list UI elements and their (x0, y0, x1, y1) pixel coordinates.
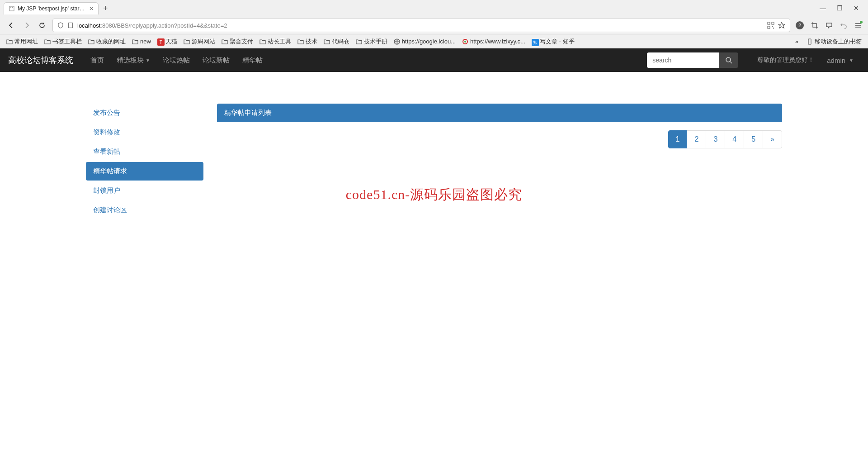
forward-button[interactable] (22, 20, 32, 30)
nav-hot[interactable]: 论坛热帖 (156, 48, 196, 72)
page-next[interactable]: » (763, 130, 782, 148)
svg-rect-4 (768, 22, 770, 24)
bookmark-item[interactable]: new (132, 38, 151, 45)
search-input[interactable] (647, 52, 719, 68)
bookmark-icon (259, 38, 266, 45)
url-path: :8080/BBS/replyapply.action?postId=4&&st… (100, 22, 227, 29)
bookmark-icon (88, 38, 94, 45)
bookmark-item[interactable]: 聚合支付 (222, 38, 253, 46)
bookmark-icon (6, 38, 13, 45)
bookmark-icon (184, 38, 190, 45)
browser-tab[interactable]: My JSP 'bestpost.jsp' starting ✕ (4, 2, 99, 14)
watermark-text: code51.cn-源码乐园盗图必究 (346, 185, 522, 204)
caret-down-icon: ▼ (146, 58, 150, 63)
qr-icon[interactable] (767, 22, 774, 29)
bookmark-item[interactable]: 知写文章 - 知乎 (532, 38, 575, 46)
reload-button[interactable] (37, 20, 47, 30)
page-3[interactable]: 3 (706, 130, 725, 148)
url-input[interactable]: localhost:8080/BBS/replyapply.action?pos… (52, 19, 790, 32)
url-host: localhost (77, 22, 100, 29)
svg-line-14 (730, 62, 732, 63)
bookmark-icon (394, 38, 400, 45)
minimize-icon[interactable]: — (820, 5, 826, 12)
phone-icon (807, 38, 813, 45)
panel-header: 精华帖申请列表 (217, 104, 782, 122)
tab-title: My JSP 'bestpost.jsp' starting (18, 5, 85, 12)
shield-icon (57, 22, 64, 29)
undo-icon[interactable] (840, 22, 847, 29)
page-2[interactable]: 2 (687, 130, 706, 148)
sidebar-item-5[interactable]: 创建讨论区 (86, 201, 203, 219)
maximize-icon[interactable]: ❐ (837, 5, 843, 12)
window-controls: — ❐ ✕ (820, 5, 864, 12)
bookmarks-bar: 常用网址书签工具栏收藏的网址newT天猫源码网站聚合支付站长工具技术代码仓技术手… (0, 34, 868, 48)
tab-favicon-icon (9, 5, 15, 12)
page-1[interactable]: 1 (668, 130, 688, 148)
svg-point-2 (12, 7, 13, 8)
svg-point-11 (464, 41, 466, 43)
crop-icon[interactable] (811, 22, 818, 29)
bookmark-icon: 知 (532, 38, 538, 45)
admin-sidebar: 发布公告资料修改查看新帖精华帖请求封锁用户创建讨论区 (86, 104, 203, 220)
sidebar-item-0[interactable]: 发布公告 (86, 104, 203, 122)
chat-icon[interactable] (826, 22, 833, 29)
nav-best[interactable]: 精华帖 (236, 48, 269, 72)
bookmark-item[interactable]: 源码网站 (184, 38, 215, 46)
bookmark-item[interactable]: https://www.lzlxyy.c... (462, 38, 525, 45)
pagination: 12345» (217, 130, 782, 148)
bookmark-item[interactable]: T天猫 (157, 38, 177, 46)
notification-badge[interactable]: 2 (796, 21, 804, 29)
bookmark-icon (297, 38, 304, 45)
user-menu[interactable]: admin ▼ (821, 48, 860, 72)
bookmark-item[interactable]: https://google.iclou... (394, 38, 456, 45)
nav-home[interactable]: 首页 (84, 48, 110, 72)
svg-point-13 (726, 57, 731, 62)
svg-rect-7 (772, 26, 773, 27)
bookmark-item[interactable]: 技术 (297, 38, 317, 46)
address-bar: localhost:8080/BBS/replyapply.action?pos… (0, 16, 868, 34)
nav-sections[interactable]: 精选板块 ▼ (110, 48, 156, 72)
page-icon (67, 22, 74, 29)
bookmark-icon (462, 38, 468, 45)
app-navbar: 高校论坛博客系统 首页 精选板块 ▼ 论坛热帖 论坛新帖 精华帖 尊敬的管理员您… (0, 48, 868, 72)
bookmark-item[interactable]: 常用网址 (6, 38, 38, 46)
tab-bar: My JSP 'bestpost.jsp' starting ✕ + — ❐ ✕ (0, 0, 868, 16)
svg-rect-12 (808, 39, 811, 44)
bookmark-item[interactable]: 书签工具栏 (44, 38, 82, 46)
brand[interactable]: 高校论坛博客系统 (8, 55, 73, 66)
bookmark-icon (356, 38, 362, 45)
bookmark-item[interactable]: 收藏的网址 (88, 38, 126, 46)
bookmark-star-icon[interactable] (778, 22, 785, 29)
sidebar-item-1[interactable]: 资料修改 (86, 123, 203, 142)
svg-point-1 (10, 7, 11, 8)
svg-rect-5 (772, 22, 774, 24)
greeting-text: 尊敬的管理员您好！ (751, 48, 821, 72)
mobile-bookmarks[interactable]: 移动设备上的书签 (807, 38, 862, 46)
svg-rect-6 (768, 26, 770, 29)
back-button[interactable] (6, 20, 16, 30)
bookmark-item[interactable]: 代码仓 (324, 38, 349, 46)
bookmark-item[interactable]: 技术手册 (356, 38, 387, 46)
svg-rect-8 (773, 28, 774, 29)
bookmark-icon (222, 38, 228, 45)
search-form (647, 52, 738, 68)
browser-chrome: My JSP 'bestpost.jsp' starting ✕ + — ❐ ✕ (0, 0, 868, 48)
bookmark-icon (44, 38, 51, 45)
bookmarks-overflow-icon[interactable]: » (793, 38, 800, 45)
toolbar-icons: 2 (796, 21, 862, 29)
caret-down-icon: ▼ (849, 58, 854, 63)
page-5[interactable]: 5 (744, 130, 763, 148)
sidebar-item-3[interactable]: 精华帖请求 (86, 162, 203, 181)
sidebar-item-4[interactable]: 封锁用户 (86, 181, 203, 200)
bookmark-icon: T (157, 38, 164, 45)
close-window-icon[interactable]: ✕ (854, 5, 859, 12)
page-4[interactable]: 4 (725, 130, 744, 148)
menu-icon[interactable] (854, 22, 862, 29)
bookmark-item[interactable]: 站长工具 (259, 38, 291, 46)
search-button[interactable] (719, 52, 738, 68)
new-tab-button[interactable]: + (103, 4, 108, 13)
sidebar-item-2[interactable]: 查看新帖 (86, 143, 203, 161)
tab-close-icon[interactable]: ✕ (89, 5, 94, 12)
nav-new[interactable]: 论坛新帖 (196, 48, 236, 72)
bookmark-icon (324, 38, 330, 45)
